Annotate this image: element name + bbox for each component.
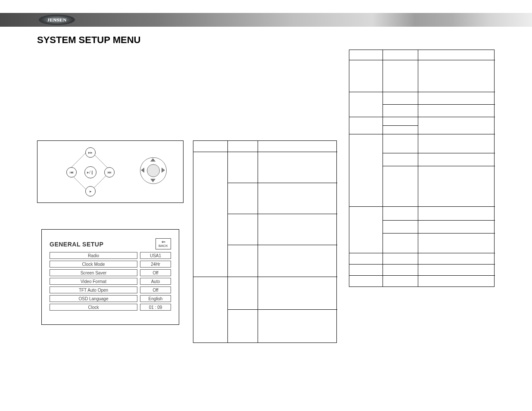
settings-table-a: [193, 140, 337, 343]
setting-key: Radio: [50, 252, 137, 259]
page-body: ▸/❙ ▸▸ ▸ ⏮ ⏭ GENERAL SETUP ⇐ BACK Radio …: [0, 46, 532, 382]
remote-diagram: ▸/❙ ▸▸ ▸ ⏮ ⏭: [37, 140, 184, 203]
page-title: SYSTEM SETUP MENU: [37, 34, 532, 46]
joystick-down-icon: [150, 179, 156, 182]
setting-value: English: [140, 295, 171, 302]
setting-key: Screen Saver: [50, 269, 137, 276]
dpad-center-button[interactable]: ▸/❙: [84, 166, 96, 178]
setting-key: Video Format: [50, 278, 137, 285]
setting-key: OSD Language: [50, 295, 137, 302]
setting-value: Off: [140, 286, 171, 293]
setting-value: 24Hr: [140, 261, 171, 268]
list-item[interactable]: Radio USA1: [50, 252, 171, 259]
joystick-right-icon: [162, 168, 165, 173]
list-item[interactable]: Screen Saver Off: [50, 269, 171, 276]
fast-forward-icon: ▸▸: [88, 150, 93, 155]
setting-key: Clock: [50, 304, 137, 311]
back-arrow-icon: ⇐: [156, 240, 171, 244]
list-item[interactable]: Video Format Auto: [50, 278, 171, 285]
prev-track-icon: ⏮: [70, 170, 74, 174]
play-pause-icon: ▸/❙: [87, 170, 94, 174]
setting-key: TFT Auto Open: [50, 286, 137, 293]
setting-value: 01 : 09: [140, 304, 171, 311]
joystick-left-icon: [141, 168, 144, 173]
play-icon: ▸: [90, 189, 92, 193]
next-track-icon: ⏭: [108, 170, 112, 174]
brand-text: JENSEN: [47, 17, 66, 22]
dpad-down-button[interactable]: ▸: [85, 186, 96, 196]
back-button[interactable]: ⇐ BACK: [156, 238, 171, 249]
setting-value: USA1: [140, 252, 171, 259]
screen-mockup: GENERAL SETUP ⇐ BACK Radio USA1 Clock Mo…: [41, 229, 179, 325]
screen-title: GENERAL SETUP: [50, 241, 103, 248]
dpad: ▸/❙ ▸▸ ▸ ⏮ ⏭: [63, 145, 115, 197]
list-item[interactable]: Clock 01 : 09: [50, 304, 171, 311]
setting-value: Auto: [140, 278, 171, 285]
list-item[interactable]: Clock Mode 24Hr: [50, 261, 171, 268]
list-item[interactable]: OSD Language English: [50, 295, 171, 302]
setting-key: Clock Mode: [50, 261, 137, 268]
joystick-up-icon: [150, 158, 156, 162]
joystick-knob: [147, 164, 160, 177]
setting-value: Off: [140, 269, 171, 276]
header-bar: JENSEN: [0, 13, 532, 27]
joystick[interactable]: [139, 156, 167, 184]
settings-table-b: [349, 50, 495, 287]
dpad-up-button[interactable]: ▸▸: [85, 147, 96, 158]
dpad-right-button[interactable]: ⏭: [104, 167, 115, 177]
back-label: BACK: [156, 244, 171, 248]
brand-badge: JENSEN: [39, 15, 75, 25]
dpad-left-button[interactable]: ⏮: [66, 167, 77, 177]
list-item[interactable]: TFT Auto Open Off: [50, 286, 171, 293]
settings-list: Radio USA1 Clock Mode 24Hr Screen Saver …: [50, 252, 171, 312]
